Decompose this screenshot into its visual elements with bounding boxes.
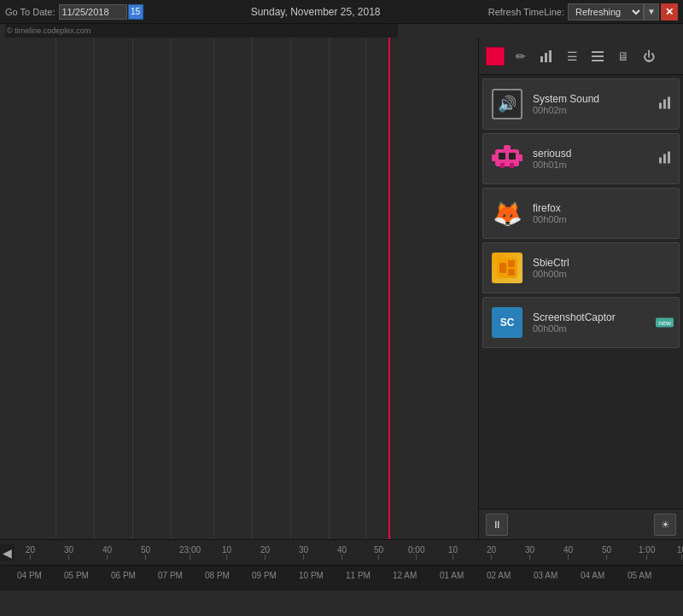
ruler-label: 0:00 bbox=[408, 545, 424, 555]
refresh-dropdown[interactable]: RefreshingManualEvery 1 minEvery 5 min bbox=[568, 3, 644, 20]
ruler-label: 08 PM bbox=[205, 571, 230, 580]
ruler-tick: 04 PM bbox=[17, 571, 42, 580]
screenshotcaptor-icon: SC bbox=[492, 307, 522, 338]
new-badge: new bbox=[656, 318, 674, 328]
ruler-label: 40 bbox=[563, 545, 573, 555]
monitor-icon[interactable]: 🖥 bbox=[614, 47, 633, 66]
app-info-system-sound: System Sound 00h02m bbox=[533, 93, 599, 115]
ruler-tick: 05 PM bbox=[64, 571, 89, 580]
ruler-line bbox=[606, 555, 607, 560]
grid-line bbox=[94, 38, 95, 539]
svg-rect-0 bbox=[540, 56, 543, 62]
svg-rect-18 bbox=[663, 154, 666, 164]
ruler-tick: 30 bbox=[299, 545, 308, 560]
ruler-tick: 10 bbox=[222, 545, 231, 560]
svg-rect-7 bbox=[663, 100, 666, 109]
svg-rect-15 bbox=[500, 163, 505, 168]
app-list: 🔊 System Sound 00h02m bbox=[479, 75, 683, 508]
ruler-line bbox=[491, 555, 492, 560]
pen-icon[interactable]: ✏ bbox=[511, 47, 530, 66]
app-icon-firefox: 🦊 bbox=[490, 196, 524, 230]
ruler-line bbox=[568, 555, 569, 560]
ruler-tick: 10 bbox=[448, 545, 458, 560]
svg-rect-16 bbox=[510, 163, 514, 168]
ruler-label: 20 bbox=[260, 545, 270, 555]
app-info-seriousd: seriousd 00h01m bbox=[533, 148, 571, 170]
checklist-icon[interactable] bbox=[588, 47, 607, 66]
ruler-tick: 0:00 bbox=[408, 545, 424, 560]
ruler-tick: 01 AM bbox=[440, 571, 464, 580]
svg-rect-21 bbox=[499, 263, 506, 273]
ruler-line bbox=[265, 555, 266, 560]
ruler-tick: 30 bbox=[64, 545, 73, 560]
timeline-area bbox=[0, 38, 478, 539]
app-item-sbiectrl[interactable]: SbieCtrl 00h00m bbox=[482, 242, 680, 293]
chart-icon-system-sound bbox=[658, 96, 672, 113]
ruler-label: 11 PM bbox=[346, 571, 371, 580]
svg-rect-8 bbox=[668, 97, 670, 109]
app-icon-sbiectrl bbox=[490, 251, 524, 285]
svg-rect-13 bbox=[492, 154, 495, 161]
ruler-tick: 1:00 bbox=[639, 545, 655, 560]
light-button[interactable]: ☀ bbox=[654, 514, 676, 536]
ruler-label: 50 bbox=[374, 545, 383, 555]
color-indicator[interactable] bbox=[486, 47, 505, 66]
time-ruler-bottom: 04 PM05 PM06 PM07 PM08 PM09 PM10 PM11 PM… bbox=[0, 566, 683, 590]
ruler-tick: 50 bbox=[602, 545, 611, 560]
svg-rect-11 bbox=[509, 153, 516, 160]
ruler-label: 30 bbox=[64, 545, 73, 555]
grid-line bbox=[329, 38, 330, 539]
app-item-firefox[interactable]: 🦊 firefox 00h00m bbox=[482, 188, 680, 239]
ruler-tick: 08 PM bbox=[205, 571, 230, 580]
chart-icon-seriousd bbox=[658, 151, 672, 167]
ruler-line bbox=[303, 555, 304, 560]
app-item-system-sound[interactable]: 🔊 System Sound 00h02m bbox=[482, 78, 680, 130]
current-time-line bbox=[388, 38, 390, 539]
left-arrow[interactable]: ◀ bbox=[0, 544, 15, 561]
app-time-system-sound: 00h02m bbox=[533, 105, 599, 115]
app-icon-system-sound: 🔊 bbox=[490, 87, 524, 121]
ruler-label: 03 AM bbox=[534, 571, 557, 580]
svg-rect-14 bbox=[519, 154, 522, 161]
refresh-arrow-button[interactable]: ▼ bbox=[644, 3, 659, 20]
ruler-line bbox=[30, 555, 31, 560]
ruler-line bbox=[145, 555, 146, 560]
goto-date-input[interactable] bbox=[59, 4, 127, 20]
ruler-tick: 23:00 bbox=[179, 545, 201, 560]
time-ruler-container: ◀ 2030405023:0010203040500:0010203040501… bbox=[0, 539, 683, 590]
grid-line bbox=[55, 38, 56, 539]
app-item-screenshotcaptor[interactable]: SC ScreenshotCaptor 00h00m new bbox=[482, 297, 680, 348]
list-icon[interactable]: ☰ bbox=[563, 47, 581, 66]
svg-rect-17 bbox=[659, 158, 662, 164]
ruler-tick: 20 bbox=[260, 545, 270, 560]
ruler-label: 10 bbox=[222, 545, 231, 555]
seriousd-icon bbox=[492, 141, 522, 177]
ruler-label: 02 AM bbox=[487, 571, 511, 580]
main-content: ✏ ☰ 🖥 ⏻ 🔊 System Sound 00h02m bbox=[0, 38, 683, 539]
ruler-tick: 10 bbox=[677, 545, 683, 560]
app-time-firefox: 00h00m bbox=[533, 214, 567, 224]
ruler-tick: 04 AM bbox=[581, 571, 604, 580]
svg-rect-22 bbox=[508, 260, 515, 267]
app-item-seriousd[interactable]: seriousd 00h01m bbox=[482, 133, 680, 184]
app-name-system-sound: System Sound bbox=[533, 93, 599, 105]
ruler-label: 04 AM bbox=[581, 571, 604, 580]
svg-rect-1 bbox=[545, 53, 547, 62]
sound-icon: 🔊 bbox=[492, 89, 522, 119]
svg-rect-19 bbox=[668, 152, 670, 164]
pause-button[interactable]: ⏸ bbox=[486, 514, 508, 536]
ruler-label: 10 bbox=[677, 545, 683, 555]
ruler-label: 09 PM bbox=[252, 571, 277, 580]
ruler-tick: 09 PM bbox=[252, 571, 277, 580]
grid-line bbox=[213, 38, 214, 539]
close-button[interactable]: ✕ bbox=[661, 3, 678, 20]
ruler-label: 40 bbox=[337, 545, 347, 555]
ruler-tick: 02 AM bbox=[487, 571, 511, 580]
calendar-button[interactable]: 15 bbox=[128, 4, 143, 20]
ruler-line bbox=[646, 555, 647, 560]
ruler-label: 40 bbox=[102, 545, 112, 555]
ruler-tick: 40 bbox=[563, 545, 573, 560]
chart-icon[interactable] bbox=[537, 47, 556, 66]
power-icon[interactable]: ⏻ bbox=[639, 47, 658, 66]
time-ruler-top: ◀ 2030405023:0010203040500:0010203040501… bbox=[0, 540, 683, 566]
